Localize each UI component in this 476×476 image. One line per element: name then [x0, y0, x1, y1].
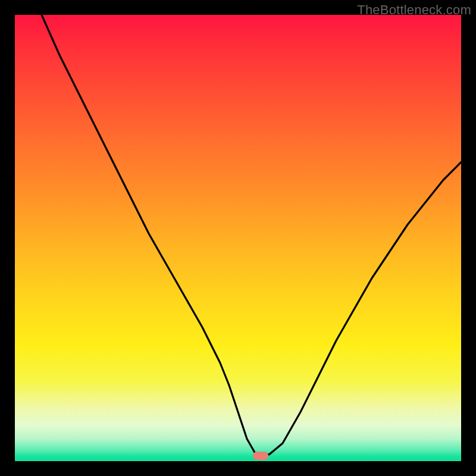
plot-area [15, 15, 461, 461]
bottleneck-curve [42, 15, 461, 455]
curve-svg [15, 15, 461, 461]
watermark-text: TheBottleneck.com [357, 2, 471, 18]
chart-frame: TheBottleneck.com [0, 0, 476, 476]
minimum-marker [253, 452, 268, 460]
